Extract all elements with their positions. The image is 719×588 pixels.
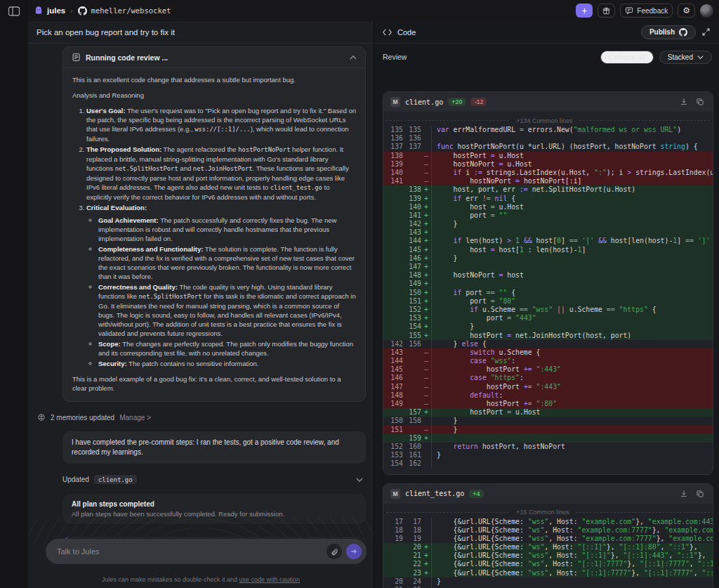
updated-file-row[interactable]: Updated client.go <box>62 475 366 484</box>
memory-update-row: 2 memories updated Manage > <box>37 413 366 422</box>
file-deletions-badge: -12 <box>470 98 487 106</box>
diff-line: 157+ hostPort = u.Host <box>383 408 713 417</box>
diff-line: 155+ hostPort = net.JoinHostPort(host, p… <box>383 332 713 340</box>
copy-button[interactable] <box>694 96 706 107</box>
code-panel-title: Code <box>397 28 635 37</box>
settings-button[interactable]: ⚙ <box>678 4 695 18</box>
review-toolbar: Review Collapse all Stacked <box>374 44 719 70</box>
memory-icon <box>37 413 46 422</box>
diff-line: 2024} <box>383 577 713 586</box>
app-name: jules <box>47 6 65 15</box>
chevron-down-icon <box>356 476 363 483</box>
code-review-card-header[interactable]: Running code review ... <box>63 47 365 67</box>
stacked-dropdown[interactable]: Stacked <box>659 51 712 64</box>
repo-name: meheller/websocket <box>91 6 171 15</box>
diff-file-card: M client.go +20 -12 +134 Common lines 13… <box>383 91 713 475</box>
copy-icon <box>696 98 704 106</box>
left-rail <box>0 0 28 588</box>
send-arrow-icon <box>350 547 358 556</box>
github-icon <box>78 6 87 15</box>
publish-button[interactable]: Publish <box>641 25 696 39</box>
jules-ghost-icon <box>34 6 44 15</box>
code-review-title: Running code review ... <box>86 53 345 62</box>
file-additions-badge: +4 <box>469 490 483 498</box>
manage-memories-link[interactable]: Manage > <box>119 414 151 422</box>
diff-line: 141– hostNoPort = hostNoPort[:i] <box>383 177 713 185</box>
agent-message: I have completed the pre-commit steps: I… <box>62 431 366 464</box>
gift-button[interactable] <box>598 4 615 18</box>
paperclip-icon <box>331 548 338 556</box>
diff-line: 154162 <box>383 459 713 468</box>
diff-list[interactable]: M client.go +20 -12 +134 Common lines 13… <box>383 91 713 588</box>
diff-line: 20+ {&url.URL{Scheme: "ws", Host: "[::1]… <box>383 543 713 551</box>
copy-icon <box>696 490 704 498</box>
diff-line: 152+ if u.Scheme == "wss" || u.Scheme ==… <box>383 306 713 314</box>
send-button[interactable] <box>346 544 362 559</box>
diff-line: 150+ if port == "" { <box>383 289 713 297</box>
diff-line: 140+ host = u.Host <box>383 203 713 211</box>
code-review-card: Running code review ... This is an excel… <box>62 46 366 402</box>
use-code-with-caution-link[interactable]: use code with caution <box>239 576 301 583</box>
diff-line: 140– if i := strings.LastIndex(u.Host, "… <box>383 169 713 177</box>
diff-line: 143+ <box>383 228 713 237</box>
expand-icon[interactable] <box>701 27 711 37</box>
diff-line: 142+ } <box>383 220 713 228</box>
diff-line: 145– hostPort += ":443" <box>383 365 713 374</box>
stacked-label: Stacked <box>668 53 693 61</box>
common-lines-divider: +16 Common lines <box>383 507 713 518</box>
download-icon <box>680 490 688 498</box>
disclaimer: Jules can make mistakes so double-check … <box>28 576 374 583</box>
file-name: client_test.go <box>405 490 464 497</box>
collapse-all-button[interactable]: Collapse all <box>600 51 654 64</box>
diff-line: 1919 {&url.URL{Scheme: "wss", Host: "exa… <box>383 535 713 543</box>
diff-file-body: +134 Common lines 135135var errMalformed… <box>383 112 713 474</box>
chevron-up-icon <box>350 54 357 61</box>
plan-complete-subtitle: All plan steps have been successfully co… <box>72 510 357 518</box>
diff-line: 148– default: <box>383 391 713 400</box>
diff-line: 1818 {&url.URL{Scheme: "ws", Host: "exam… <box>383 526 713 535</box>
copy-button[interactable] <box>694 488 706 499</box>
diff-line: 148+ hostNoPort = host <box>383 271 713 280</box>
breadcrumb-chevron: › <box>70 7 72 15</box>
diff-file-body: +16 Common lines 1717 {&url.URL{Scheme: … <box>383 504 713 588</box>
file-additions-badge: +20 <box>448 98 466 106</box>
chat-input[interactable]: Talk to Jules <box>46 539 367 564</box>
composer-area: Talk to Jules Jules can make mistakes so… <box>28 532 374 588</box>
file-name: client.go <box>405 98 443 106</box>
attach-button[interactable] <box>326 544 342 559</box>
diff-file-header[interactable]: M client_test.go +4 <box>383 484 713 504</box>
download-button[interactable] <box>678 96 690 107</box>
chevron-down-icon <box>697 54 704 60</box>
task-title: Pick an open bug report and try to fix i… <box>28 21 374 44</box>
diff-line: 136136 <box>383 134 713 143</box>
gear-icon: ⚙ <box>682 6 690 15</box>
code-review-body: This is an excellent code change that ad… <box>63 67 365 401</box>
diff-line: 23+ {&url.URL{Scheme: "wss", Host: "[::1… <box>383 569 713 577</box>
diff-line: 154+ } <box>383 322 713 331</box>
chat-scroll-area[interactable]: Running code review ... This is an excel… <box>28 44 374 588</box>
diff-line: 153161} <box>383 451 713 459</box>
diff-line: 143– switch u.Scheme { <box>383 348 713 357</box>
diff-line: 147+ <box>383 263 713 271</box>
feedback-button[interactable]: Feedback <box>620 4 673 18</box>
repo-link[interactable]: meheller/websocket <box>78 6 171 15</box>
diff-line: 141+ port = "" <box>383 211 713 220</box>
user-avatar[interactable] <box>700 4 713 18</box>
diff-line: 144+ if len(host) > 1 && host[0] == '[' … <box>383 237 713 245</box>
feedback-icon <box>625 6 633 15</box>
code-panel-header: Code Publish <box>374 21 719 44</box>
conversation-panel: Pick an open bug report and try to fix i… <box>28 21 374 588</box>
jules-logo[interactable]: jules <box>34 6 65 15</box>
collapse-all-label: Collapse all <box>609 53 645 61</box>
download-button[interactable] <box>678 488 690 499</box>
diff-line: 21+ {&url.URL{Scheme: "wss", Host: "[::1… <box>383 551 713 560</box>
sidebar-toggle-icon[interactable] <box>8 6 20 17</box>
diff-line: 153+ port = "443" <box>383 314 713 322</box>
common-lines-divider: +134 Common lines <box>383 115 713 126</box>
diff-line: 144– case "wss": <box>383 357 713 365</box>
new-task-button[interactable]: + <box>576 4 593 18</box>
chat-input-placeholder: Talk to Jules <box>57 547 326 556</box>
diff-line: 146– case "https": <box>383 374 713 382</box>
diff-line: 152160 return hostPort, hostNoPort <box>383 443 713 451</box>
diff-file-header[interactable]: M client.go +20 -12 <box>383 92 713 112</box>
